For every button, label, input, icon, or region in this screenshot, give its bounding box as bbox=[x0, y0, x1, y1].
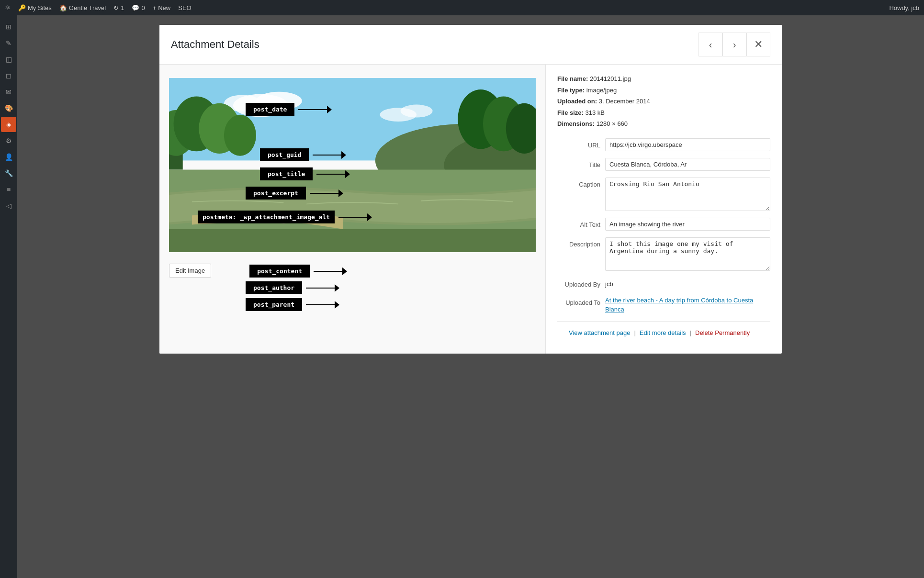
svg-point-17 bbox=[251, 213, 270, 222]
edit-image-button[interactable]: Edit Image bbox=[169, 264, 211, 278]
sidebar-item-active[interactable]: ◈ bbox=[1, 117, 16, 132]
file-size-row: File size: 313 kB bbox=[557, 108, 770, 118]
prev-attachment-button[interactable]: ‹ bbox=[699, 33, 722, 56]
sidebar-item-appearance[interactable]: 🎨 bbox=[1, 100, 16, 116]
view-attachment-page-link[interactable]: View attachment page bbox=[569, 329, 630, 336]
alt-text-input[interactable] bbox=[605, 218, 770, 231]
sidebar-item-media[interactable]: ◫ bbox=[1, 52, 16, 67]
separator-2: | bbox=[690, 329, 691, 336]
admin-sidebar: ⊞ ✎ ◫ ◻ ✉ 🎨 ◈ ⚙ 👤 🔧 ≡ ◁ bbox=[0, 15, 17, 578]
title-label: Title bbox=[557, 158, 600, 169]
wp-logo-button[interactable]: ⚛ bbox=[5, 4, 11, 11]
post-parent-annotation: post_parent bbox=[246, 298, 536, 311]
uploaded-to-link[interactable]: At the river beach - A day trip from Cór… bbox=[605, 296, 770, 314]
updates-link[interactable]: ↻ 1 bbox=[113, 4, 124, 11]
uploaded-by-value: jcb bbox=[605, 278, 613, 288]
image-panel: post_date bbox=[159, 65, 545, 354]
modal-header: Attachment Details ‹ › ✕ bbox=[159, 25, 782, 65]
plus-icon: + bbox=[153, 4, 157, 11]
site-name-link[interactable]: 🏠 Gentle Travel bbox=[59, 4, 106, 11]
modal-actions: View attachment page | Edit more details… bbox=[557, 321, 770, 344]
post-content-annotation: post_content bbox=[249, 265, 347, 278]
main-layout: ⊞ ✎ ◫ ◻ ✉ 🎨 ◈ ⚙ 👤 🔧 ≡ ◁ Attachment Detai… bbox=[0, 15, 924, 578]
separator-1: | bbox=[634, 329, 635, 336]
next-attachment-button[interactable]: › bbox=[722, 33, 746, 56]
my-sites-link[interactable]: 🔑 My Sites bbox=[18, 4, 52, 11]
home-icon: 🏠 bbox=[59, 4, 67, 11]
description-textarea[interactable]: I shot this image one my visit of Argent… bbox=[605, 237, 770, 271]
modal-body: post_date bbox=[159, 65, 782, 354]
description-label: Description bbox=[557, 237, 600, 249]
caption-label: Caption bbox=[557, 178, 600, 189]
comments-icon: 💬 bbox=[132, 4, 139, 11]
close-icon: ✕ bbox=[754, 38, 763, 51]
modal-title: Attachment Details bbox=[171, 38, 259, 51]
url-label: URL bbox=[557, 138, 600, 150]
sidebar-item-tools[interactable]: 🔧 bbox=[1, 166, 16, 181]
caption-field-group: Caption Crossing Rio San Antonio bbox=[557, 178, 770, 211]
modal-overlay: Attachment Details ‹ › ✕ bbox=[17, 15, 924, 578]
sidebar-item-pages[interactable]: ◻ bbox=[1, 68, 16, 83]
sidebar-item-comments[interactable]: ✉ bbox=[1, 84, 16, 100]
file-info-section: File name: 201412011.jpg File type: imag… bbox=[557, 74, 770, 129]
chevron-right-icon: › bbox=[733, 39, 736, 50]
sidebar-item-settings[interactable]: ≡ bbox=[1, 182, 16, 197]
howdy-user: Howdy, jcb bbox=[889, 4, 919, 11]
new-content-link[interactable]: + New bbox=[153, 4, 171, 11]
sidebar-item-users[interactable]: 👤 bbox=[1, 149, 16, 165]
svg-point-18 bbox=[277, 216, 291, 223]
svg-point-5 bbox=[401, 105, 433, 118]
url-field-group: URL bbox=[557, 138, 770, 151]
modal-navigation: ‹ › ✕ bbox=[699, 33, 770, 56]
below-image-annotations: Edit Image post_content bbox=[169, 264, 536, 311]
admin-bar: ⚛ 🔑 My Sites 🏠 Gentle Travel ↻ 1 💬 0 + N… bbox=[0, 0, 924, 15]
uploaded-to-group: Uploaded To At the river beach - A day t… bbox=[557, 296, 770, 314]
svg-rect-19 bbox=[169, 229, 536, 252]
attachment-image bbox=[169, 74, 536, 256]
svg-point-2 bbox=[256, 92, 302, 110]
post-author-annotation: post_author bbox=[246, 281, 536, 294]
sidebar-item-plugins[interactable]: ⚙ bbox=[1, 133, 16, 148]
url-input[interactable] bbox=[605, 138, 770, 151]
file-type-row: File type: image/jpeg bbox=[557, 86, 770, 95]
uploaded-on-row: Uploaded on: 3. December 2014 bbox=[557, 97, 770, 106]
key-icon: 🔑 bbox=[18, 4, 26, 11]
seo-link[interactable]: SEO bbox=[178, 4, 191, 11]
sidebar-item-posts[interactable]: ✎ bbox=[1, 35, 16, 51]
description-field-group: Description I shot this image one my vis… bbox=[557, 237, 770, 271]
attachment-details-modal: Attachment Details ‹ › ✕ bbox=[159, 25, 782, 354]
details-panel: File name: 201412011.jpg File type: imag… bbox=[545, 65, 782, 354]
title-input[interactable] bbox=[605, 158, 770, 171]
page-content: Attachment Details ‹ › ✕ bbox=[17, 15, 924, 578]
updates-icon: ↻ bbox=[113, 4, 119, 11]
edit-more-details-link[interactable]: Edit more details bbox=[640, 329, 686, 336]
close-modal-button[interactable]: ✕ bbox=[746, 33, 770, 56]
wp-logo-icon: ⚛ bbox=[5, 4, 11, 11]
sidebar-item-dashboard[interactable]: ⊞ bbox=[1, 19, 16, 34]
file-name-row: File name: 201412011.jpg bbox=[557, 74, 770, 84]
delete-permanently-link[interactable]: Delete Permanently bbox=[695, 329, 750, 336]
image-container: post_date bbox=[169, 74, 536, 256]
uploaded-by-label: Uploaded By bbox=[557, 278, 600, 289]
uploaded-by-group: Uploaded By jcb bbox=[557, 278, 770, 289]
alt-text-label: Alt Text bbox=[557, 218, 600, 229]
sidebar-item-collapse[interactable]: ◁ bbox=[1, 198, 16, 213]
uploaded-to-label: Uploaded To bbox=[557, 296, 600, 307]
dimensions-row: Dimensions: 1280 × 660 bbox=[557, 119, 770, 129]
chevron-left-icon: ‹ bbox=[709, 39, 712, 50]
alt-text-field-group: Alt Text bbox=[557, 218, 770, 231]
svg-point-12 bbox=[224, 115, 256, 156]
caption-textarea[interactable]: Crossing Rio San Antonio bbox=[605, 178, 770, 211]
title-field-group: Title bbox=[557, 158, 770, 171]
comments-link[interactable]: 💬 0 bbox=[132, 4, 145, 11]
